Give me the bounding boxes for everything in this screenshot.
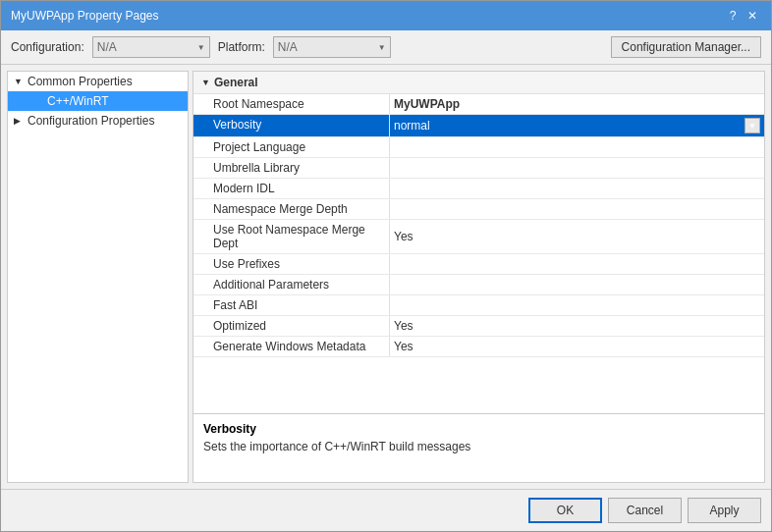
section-header-general: ▼ General [193, 72, 764, 94]
prop-row-modern-idl[interactable]: Modern IDL [193, 179, 764, 199]
prop-value: normal ▼ [390, 115, 764, 136]
tree-item-label: Common Properties [28, 75, 133, 88]
prop-value [390, 295, 764, 315]
dialog-title: MyUWPApp Property Pages [11, 9, 159, 23]
tree-panel: ▼ Common Properties C++/WinRT ▶ Configur… [7, 71, 189, 483]
prop-value: Yes [390, 337, 764, 356]
properties-table: ▼ General Root Namespace MyUWPApp Verbos… [193, 72, 764, 413]
platform-dropdown[interactable]: N/A ▼ [273, 36, 391, 58]
help-button[interactable]: ? [724, 7, 742, 25]
configuration-label: Configuration: [11, 40, 84, 54]
prop-name: Fast ABI [193, 295, 390, 315]
prop-name: Optimized [193, 316, 390, 336]
tree-item-label: C++/WinRT [47, 94, 108, 108]
title-bar-controls: ? ✕ [724, 7, 761, 25]
tree-item-common-properties[interactable]: ▼ Common Properties [8, 72, 188, 91]
close-button[interactable]: ✕ [744, 7, 761, 25]
prop-row-root-namespace[interactable]: Root Namespace MyUWPApp [193, 94, 764, 115]
prop-value: Yes [390, 316, 764, 336]
prop-name: Generate Windows Metadata [193, 337, 390, 356]
expand-arrow-icon: ▶ [14, 116, 24, 126]
tree-item-label: Configuration Properties [28, 114, 154, 128]
chevron-down-icon: ▼ [197, 43, 205, 52]
properties-panel: ▼ General Root Namespace MyUWPApp Verbos… [193, 71, 765, 483]
prop-row-use-prefixes[interactable]: Use Prefixes [193, 254, 764, 275]
prop-row-use-root-namespace[interactable]: Use Root Namespace Merge Dept Yes [193, 220, 764, 254]
prop-row-project-language[interactable]: Project Language [193, 137, 764, 158]
prop-row-additional-parameters[interactable]: Additional Parameters [193, 275, 764, 295]
collapse-arrow-icon: ▼ [14, 77, 24, 86]
prop-value [390, 199, 764, 219]
prop-name: Namespace Merge Depth [193, 199, 390, 219]
config-bar: Configuration: N/A ▼ Platform: N/A ▼ Con… [1, 30, 771, 65]
main-content: ▼ Common Properties C++/WinRT ▶ Configur… [7, 71, 765, 483]
configuration-value: N/A [97, 40, 117, 54]
dropdown-arrow-icon[interactable]: ▼ [744, 118, 760, 133]
prop-name: Use Prefixes [193, 254, 390, 274]
prop-name: Umbrella Library [193, 158, 390, 178]
description-text: Sets the importance of C++/WinRT build m… [203, 440, 754, 453]
configuration-manager-button[interactable]: Configuration Manager... [611, 36, 761, 58]
ok-button[interactable]: OK [528, 498, 602, 523]
prop-value [390, 254, 764, 274]
prop-value: Yes [390, 220, 764, 253]
prop-name: Verbosity [193, 115, 390, 136]
prop-row-verbosity[interactable]: Verbosity normal ▼ [193, 115, 764, 137]
tree-item-configuration-properties[interactable]: ▶ Configuration Properties [8, 111, 188, 131]
description-title: Verbosity [203, 422, 754, 436]
cancel-button[interactable]: Cancel [608, 498, 682, 523]
prop-row-namespace-merge-depth[interactable]: Namespace Merge Depth [193, 199, 764, 220]
prop-value [390, 275, 764, 294]
prop-name: Modern IDL [193, 179, 390, 198]
section-title: General [214, 76, 258, 89]
title-bar: MyUWPApp Property Pages ? ✕ [1, 1, 771, 30]
prop-name: Use Root Namespace Merge Dept [193, 220, 390, 253]
property-pages-dialog: MyUWPApp Property Pages ? ✕ Configuratio… [0, 0, 772, 532]
prop-row-fast-abi[interactable]: Fast ABI [193, 295, 764, 316]
prop-value: MyUWPApp [390, 94, 764, 114]
prop-name: Additional Parameters [193, 275, 390, 294]
prop-value [390, 137, 764, 157]
apply-button[interactable]: Apply [688, 498, 761, 523]
prop-row-generate-windows-metadata[interactable]: Generate Windows Metadata Yes [193, 337, 764, 357]
prop-row-umbrella-library[interactable]: Umbrella Library [193, 158, 764, 179]
description-panel: Verbosity Sets the importance of C++/Win… [193, 413, 764, 482]
platform-label: Platform: [218, 40, 265, 54]
prop-name: Root Namespace [193, 94, 390, 114]
prop-name: Project Language [193, 137, 390, 157]
prop-row-optimized[interactable]: Optimized Yes [193, 316, 764, 337]
prop-value [390, 158, 764, 178]
tree-item-cpp-winrt[interactable]: C++/WinRT [8, 91, 188, 111]
section-collapse-icon: ▼ [201, 78, 210, 87]
platform-value: N/A [278, 40, 298, 54]
button-bar: OK Cancel Apply [1, 489, 771, 531]
prop-value [390, 179, 764, 198]
configuration-dropdown[interactable]: N/A ▼ [92, 36, 210, 58]
chevron-down-icon: ▼ [378, 43, 386, 52]
